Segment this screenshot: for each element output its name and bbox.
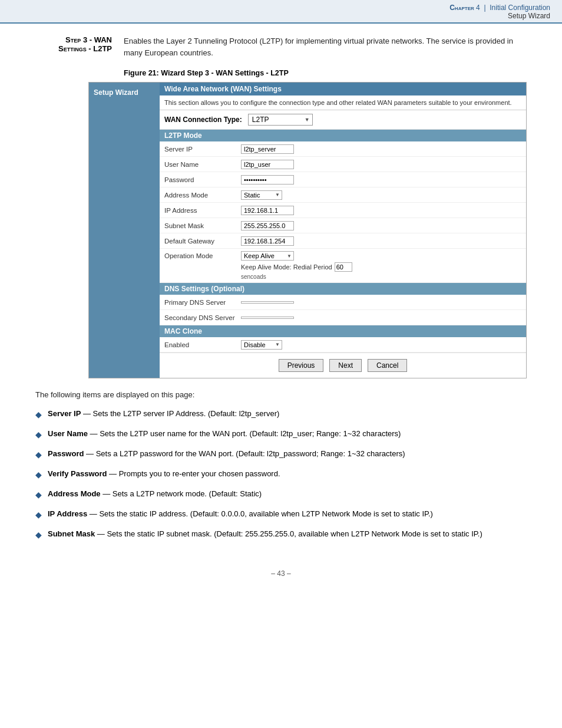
operation-mode-select[interactable]: Keep Alive <box>241 251 294 261</box>
default-gateway-label: Default Gateway <box>164 238 241 245</box>
password-input[interactable]: •••••••••• <box>241 175 294 185</box>
user-name-input[interactable]: l2tp_user <box>241 160 294 169</box>
enabled-select[interactable]: Disable <box>241 340 282 350</box>
operation-mode-content: Keep Alive Keep Alive Mode: Redial Perio… <box>241 251 352 280</box>
figure-caption: Figure 21: Wizard Step 3 - WAN Settings … <box>124 69 527 77</box>
step-label: Step 3 - WAN Settings - L2TP <box>35 35 112 58</box>
operation-mode-detail: Keep Alive Mode: Redial Period <box>241 262 352 272</box>
user-name-label: User Name <box>164 161 241 168</box>
bullet-icon-3: ◆ <box>35 449 42 461</box>
secondary-dns-label: Secondary DNS Server <box>164 314 241 321</box>
bullet-text-3: Password — Sets a L2TP password for the … <box>48 448 405 461</box>
screenshot-frame: Setup Wizard Wide Area Network (WAN) Set… <box>88 82 527 378</box>
main-panel: Wide Area Network (WAN) Settings This se… <box>160 83 526 378</box>
body-text: The following items are displayed on thi… <box>35 389 527 401</box>
step-description: Enables the Layer 2 Tunneling Protocol (… <box>124 35 527 58</box>
server-ip-label: Server IP <box>164 146 241 153</box>
bullet-list: ◆ Server IP — Sets the L2TP server IP Ad… <box>35 408 527 541</box>
sidebar-label: Setup Wizard <box>94 88 138 97</box>
page-footer: – 43 – <box>0 560 562 587</box>
enabled-value: Disable <box>244 341 266 348</box>
chapter-num: 4 <box>476 4 480 12</box>
chapter-label: Chapter <box>449 4 474 12</box>
list-item: ◆ Address Mode — Sets a L2TP network mod… <box>35 488 527 501</box>
subnet-mask-input[interactable]: 255.255.255.0 <box>241 221 294 230</box>
bullet-icon-4: ◆ <box>35 469 42 481</box>
redial-period-unit: sencoads <box>241 274 352 280</box>
dns-settings-header: DNS Settings (Optional) <box>160 283 526 295</box>
bullet-text-1: Server IP — Sets the L2TP server IP Addr… <box>48 408 279 421</box>
header-subtitle: Setup Wizard <box>12 12 550 20</box>
wan-description: This section allows you to configure the… <box>160 95 526 110</box>
connection-type-select[interactable]: L2TP <box>248 114 313 126</box>
default-gateway-input[interactable]: 192.168.1.254 <box>241 236 294 246</box>
ip-address-row: IP Address 192.168.1.1 <box>160 203 526 218</box>
bullet-icon-1: ◆ <box>35 409 42 421</box>
password-label: Password <box>164 176 241 183</box>
operation-mode-value: Keep Alive <box>244 252 275 259</box>
bullet-icon-5: ◆ <box>35 489 42 501</box>
connection-type-value: L2TP <box>252 116 269 124</box>
server-ip-row: Server IP l2tp_server <box>160 141 526 157</box>
address-mode-label: Address Mode <box>164 192 241 199</box>
secondary-dns-input[interactable] <box>241 317 294 319</box>
subnet-mask-label: Subnet Mask <box>164 222 241 229</box>
l2tp-mode-header: L2TP Mode <box>160 130 526 141</box>
primary-dns-label: Primary DNS Server <box>164 299 241 306</box>
mac-clone-header: MAC Clone <box>160 325 526 337</box>
bullet-icon-7: ◆ <box>35 529 42 541</box>
chapter-line: Chapter 4 | Initial Configuration <box>12 4 550 12</box>
step-section: Step 3 - WAN Settings - L2TP Enables the… <box>35 35 527 58</box>
bullet-text-6: IP Address — Sets the static IP address.… <box>48 508 433 521</box>
enabled-label: Enabled <box>164 341 241 348</box>
primary-dns-input[interactable] <box>241 301 294 304</box>
address-mode-row: Address Mode Static <box>160 187 526 203</box>
list-item: ◆ Subnet Mask — Sets the static IP subne… <box>35 528 527 541</box>
list-item: ◆ Password — Sets a L2TP password for th… <box>35 448 527 461</box>
bullet-icon-6: ◆ <box>35 509 42 521</box>
button-row: Previous Next Cancel <box>160 353 526 378</box>
ip-address-label: IP Address <box>164 207 241 214</box>
address-mode-select[interactable]: Static <box>241 190 282 200</box>
step-label-line2: Settings - L2TP <box>35 44 112 53</box>
cancel-button[interactable]: Cancel <box>368 359 407 372</box>
list-item: ◆ IP Address — Sets the static IP addres… <box>35 508 527 521</box>
chapter-separator: | <box>484 4 485 12</box>
bullet-text-2: User Name — Sets the L2TP user name for … <box>48 428 401 441</box>
bullet-text-4: Verify Password — Prompts you to re-ente… <box>48 468 280 481</box>
wan-settings-header: Wide Area Network (WAN) Settings <box>160 83 526 95</box>
server-ip-input[interactable]: l2tp_server <box>241 144 294 154</box>
list-item: ◆ Server IP — Sets the L2TP server IP Ad… <box>35 408 527 421</box>
main-content: Step 3 - WAN Settings - L2TP Enables the… <box>0 24 562 560</box>
password-row: Password •••••••••• <box>160 172 526 187</box>
redial-period-label: Keep Alive Mode: Redial Period <box>241 263 332 271</box>
bullet-text-7: Subnet Mask — Sets the static IP subnet … <box>48 528 482 541</box>
primary-dns-row: Primary DNS Server <box>160 295 526 310</box>
next-button[interactable]: Next <box>329 359 362 372</box>
enabled-row: Enabled Disable <box>160 337 526 353</box>
previous-button[interactable]: Previous <box>279 359 324 372</box>
connection-type-row: WAN Connection Type: L2TP <box>160 110 526 130</box>
page-header: Chapter 4 | Initial Configuration Setup … <box>0 0 562 24</box>
bullet-text-5: Address Mode — Sets a L2TP network mode.… <box>48 488 262 501</box>
bullet-icon-2: ◆ <box>35 429 42 441</box>
connection-type-label: WAN Connection Type: <box>164 116 242 124</box>
operation-mode-label: Operation Mode <box>164 251 241 259</box>
step-label-line1: Step 3 - WAN <box>35 35 112 44</box>
default-gateway-row: Default Gateway 192.168.1.254 <box>160 233 526 249</box>
chapter-title: Initial Configuration <box>490 4 550 12</box>
address-mode-value: Static <box>244 192 260 199</box>
list-item: ◆ Verify Password — Prompts you to re-en… <box>35 468 527 481</box>
operation-mode-row: Operation Mode Keep Alive Keep Alive Mod… <box>160 249 526 283</box>
user-name-row: User Name l2tp_user <box>160 157 526 172</box>
ip-address-input[interactable]: 192.168.1.1 <box>241 206 294 215</box>
sidebar-panel: Setup Wizard <box>89 83 160 378</box>
redial-period-input[interactable] <box>335 262 352 272</box>
list-item: ◆ User Name — Sets the L2TP user name fo… <box>35 428 527 441</box>
subnet-mask-row: Subnet Mask 255.255.255.0 <box>160 218 526 233</box>
secondary-dns-row: Secondary DNS Server <box>160 310 526 325</box>
